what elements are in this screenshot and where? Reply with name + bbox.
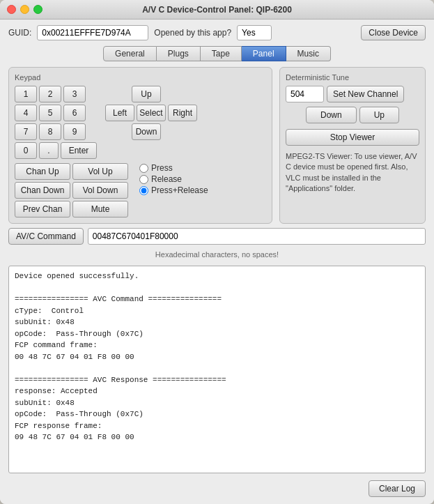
mute-button[interactable]: Mute [72, 201, 128, 217]
det-tune-section: Deterministic Tune Set New Channel Down … [279, 67, 426, 224]
minimize-traffic-light[interactable] [20, 5, 29, 14]
nav-area: Up Left Select Right Down [105, 86, 197, 159]
nav-select-button[interactable]: Select [137, 105, 166, 121]
radio-release[interactable] [139, 175, 148, 184]
nav-down-button[interactable]: Down [132, 123, 161, 140]
close-traffic-light[interactable] [7, 5, 16, 14]
log-area[interactable]: Device opened successfully. ============… [8, 266, 426, 473]
radio-release-item[interactable]: Release [139, 174, 208, 184]
nav-right-button[interactable]: Right [168, 105, 197, 121]
key-4[interactable]: 4 [15, 105, 37, 121]
avc-command-input[interactable] [88, 228, 426, 245]
vol-up-button[interactable]: Vol Up [72, 163, 128, 180]
digit-area: 1 2 3 4 5 6 7 8 9 [15, 86, 97, 159]
bottom-bar: Clear Log [8, 478, 426, 498]
key-7[interactable]: 7 [15, 123, 37, 140]
prev-chan-button[interactable]: Prev Chan [15, 201, 70, 217]
det-tune-title: Deterministic Tune [286, 73, 419, 82]
opened-value-field[interactable] [237, 25, 272, 40]
traffic-lights [7, 5, 42, 14]
set-new-channel-button[interactable]: Set New Channel [327, 86, 404, 102]
app-window: A/V C Device-Control Panel: QIP-6200 GUI… [0, 0, 434, 504]
hex-hint: Hexadecimal characters, no spaces! [8, 250, 426, 259]
top-bar: GUID: Opened by this app? Close Device [8, 25, 426, 40]
channel-input[interactable] [286, 86, 324, 102]
opened-label: Opened by this app? [154, 28, 231, 38]
tab-music[interactable]: Music [286, 46, 331, 61]
radio-press-release-item[interactable]: Press+Release [139, 185, 208, 195]
digit-row-3: 7 8 9 [15, 123, 97, 140]
nav-left-button[interactable]: Left [105, 105, 134, 121]
keypad-title: Keypad [15, 73, 266, 82]
key-dot[interactable]: . [39, 142, 59, 159]
key-2[interactable]: 2 [39, 86, 61, 102]
radio-press-label: Press [151, 163, 173, 173]
chan-up-button[interactable]: Chan Up [15, 163, 70, 180]
radio-release-label: Release [151, 174, 182, 184]
radio-press-release-label: Press+Release [151, 185, 208, 195]
key-6[interactable]: 6 [63, 105, 86, 121]
nav-up-button[interactable]: Up [132, 86, 161, 102]
avc-command-button[interactable]: AV/C Command [8, 228, 84, 245]
avc-row: AV/C Command [8, 228, 426, 245]
log-content: Device opened successfully. ============… [15, 270, 419, 443]
key-1[interactable]: 1 [15, 86, 37, 102]
det-row2: Down Up [286, 107, 419, 123]
det-up-button[interactable]: Up [359, 107, 399, 123]
radio-group: Press Release Press+Release [139, 163, 208, 217]
radio-press-item[interactable]: Press [139, 163, 208, 173]
key-9[interactable]: 9 [63, 123, 86, 140]
key-enter[interactable]: Enter [61, 142, 97, 159]
window-title: A/V C Device-Control Panel: QIP-6200 [142, 5, 292, 15]
guid-field[interactable] [37, 25, 148, 40]
key-8[interactable]: 8 [39, 123, 61, 140]
main-content: GUID: Opened by this app? Close Device G… [0, 20, 434, 504]
keypad-section: Keypad 1 2 3 4 5 6 [8, 67, 272, 224]
det-down-button[interactable]: Down [306, 107, 357, 123]
tabs-bar: General Plugs Tape Panel Music [8, 46, 426, 61]
key-3[interactable]: 3 [63, 86, 86, 102]
radio-press[interactable] [139, 164, 148, 173]
radio-press-release[interactable] [139, 186, 148, 195]
digit-row-0: 0 . Enter [15, 142, 97, 159]
chan-vol-radio: Chan Up Vol Up Chan Down Vol Down Prev C… [15, 163, 266, 217]
close-device-button[interactable]: Close Device [361, 25, 426, 40]
titlebar: A/V C Device-Control Panel: QIP-6200 [0, 0, 434, 20]
tab-plugs[interactable]: Plugs [157, 46, 201, 61]
tab-tape[interactable]: Tape [201, 46, 242, 61]
det-row1: Set New Channel [286, 86, 419, 102]
vol-down-button[interactable]: Vol Down [72, 182, 128, 199]
stop-viewer-button[interactable]: Stop Viewer [286, 129, 419, 146]
tab-general[interactable]: General [103, 46, 157, 61]
tab-panel[interactable]: Panel [242, 46, 286, 61]
chan-down-button[interactable]: Chan Down [15, 182, 70, 199]
key-0[interactable]: 0 [15, 142, 37, 159]
key-5[interactable]: 5 [39, 105, 61, 121]
maximize-traffic-light[interactable] [33, 5, 42, 14]
guid-label: GUID: [8, 28, 31, 38]
clear-log-button[interactable]: Clear Log [369, 480, 426, 497]
digit-row-2: 4 5 6 [15, 105, 97, 121]
viewer-info: MPEG2-TS Viewer: To use viewer, A/V C de… [286, 151, 419, 194]
main-panels: Keypad 1 2 3 4 5 6 [8, 67, 426, 224]
chan-vol-area: Chan Up Vol Up Chan Down Vol Down Prev C… [15, 163, 128, 217]
digit-row-1: 1 2 3 [15, 86, 97, 102]
